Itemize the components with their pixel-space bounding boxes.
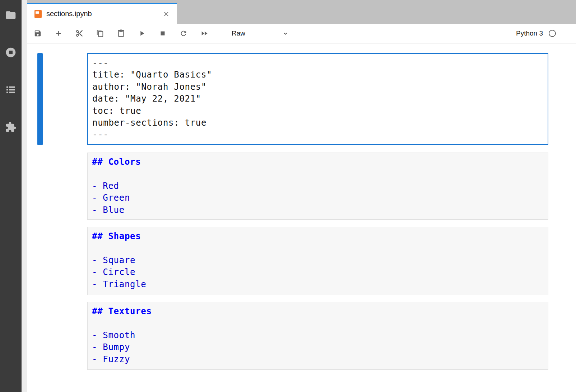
markdown-heading: ## Textures [92,305,544,317]
kernel-name[interactable]: Python 3 [516,29,543,37]
sidebar-divider [22,0,27,392]
code-line: number-sections: true [92,117,544,129]
add-cell-icon[interactable] [51,26,66,41]
running-kernels-icon[interactable] [0,47,22,84]
table-of-contents-icon[interactable] [0,84,22,121]
markdown-heading: ## Colors [92,156,544,168]
paste-icon[interactable] [114,26,128,41]
tab-bar: sections.ipynb [27,0,576,24]
code-line: toc: true [92,105,544,117]
code-line: --- [92,129,544,141]
cell-type-value: Raw [232,29,245,37]
markdown-list-item: - Fuzzy [92,354,544,365]
save-icon[interactable] [31,26,45,41]
run-all-icon[interactable] [197,26,212,41]
code-line: author: "Norah Jones" [92,81,544,93]
tab-title: sections.ipynb [46,10,162,18]
markdown-list-item: - Green [92,192,544,204]
extensions-icon[interactable] [0,121,22,159]
copy-icon[interactable] [93,26,107,41]
markdown-list-item: - Red [92,180,544,192]
tab-sections-ipynb[interactable]: sections.ipynb [27,3,177,24]
code-line: title: "Quarto Basics" [92,69,544,81]
cell-collapser[interactable] [37,53,43,145]
markdown-list-item: - Smooth [92,330,544,341]
markdown-list-item: - Circle [92,266,544,278]
run-icon[interactable] [135,26,149,41]
file-browser-icon[interactable] [0,9,22,47]
cut-icon[interactable] [72,26,87,41]
close-icon[interactable] [162,10,171,18]
markdown-cell-colors[interactable]: ## Colors - Red - Green - Blue [87,153,548,220]
kernel-indicator: Python 3 [516,29,556,37]
code-line: date: "May 22, 2021" [92,93,544,105]
notebook-icon [34,10,42,18]
markdown-list-item: - Bumpy [92,341,544,353]
main-area: sections.ipynb [27,0,576,392]
stop-icon[interactable] [155,26,170,41]
kernel-status-icon [549,30,556,37]
blank-line [92,242,544,254]
restart-kernel-icon[interactable] [176,26,191,41]
notebook-area: --- title: "Quarto Basics" author: "Nora… [27,43,576,392]
markdown-cell-textures[interactable]: ## Textures - Smooth - Bumpy - Fuzzy [87,302,548,370]
markdown-heading: ## Shapes [92,230,544,242]
markdown-list-item: - Blue [92,204,544,216]
markdown-list-item: - Triangle [92,279,544,290]
cell-type-dropdown[interactable]: Raw [232,29,289,37]
notebook-toolbar: Raw Python 3 [27,24,576,43]
code-line: --- [92,57,544,69]
blank-line [92,168,544,180]
raw-cell-editor[interactable]: --- title: "Quarto Basics" author: "Nora… [87,53,548,145]
markdown-cell-shapes[interactable]: ## Shapes - Square - Circle - Triangle [87,227,548,295]
chevron-down-icon [282,30,289,37]
blank-line [92,317,544,329]
markdown-list-item: - Square [92,255,544,266]
left-sidebar [0,0,22,392]
